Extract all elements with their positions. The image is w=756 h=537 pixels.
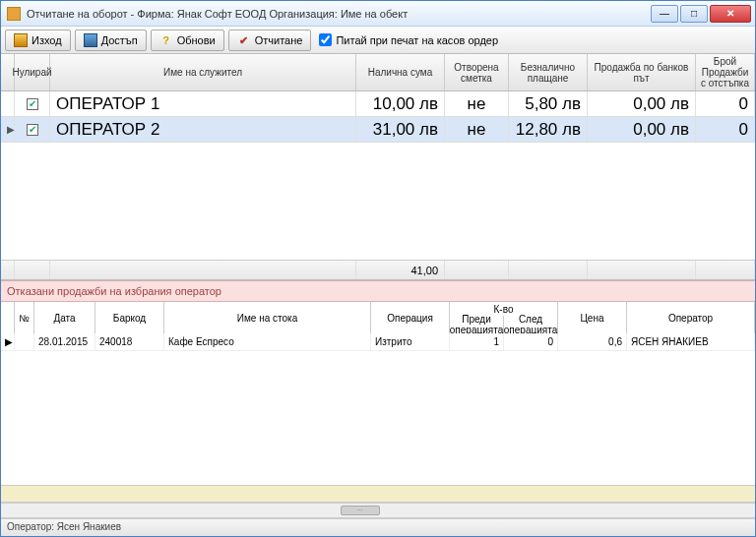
col-operator[interactable]: Оператор [627,302,755,333]
statusbar: Оператор: Ясен Янакиев [1,518,755,536]
operators-grid-header: Нулирай Име на служител Налична сума Отв… [1,54,755,91]
cash-cell: 31,00 лв [356,117,445,142]
cashless-cell: 12,80 лв [509,117,588,142]
rejected-grid-header: № Дата Баркод Име на стока Операция К-во… [1,302,755,333]
report-label: Отчитане [255,34,303,46]
row-pointer: ▶ [1,333,15,350]
minimize-button[interactable]: — [651,5,678,23]
operator-row[interactable]: ✔ОПЕРАТОР 110,00 лвне5,80 лв0,00 лв0 [1,91,755,117]
maximize-button[interactable]: □ [680,5,708,23]
operator-row[interactable]: ▶✔ОПЕРАТОР 231,00 лвне12,80 лв0,00 лв0 [1,117,755,143]
qty-before-cell: 1 [450,333,504,350]
col-price[interactable]: Цена [558,302,627,333]
access-icon [84,33,97,47]
col-barcode[interactable]: Баркод [95,302,164,333]
check-icon: ✔ [237,33,251,47]
window-controls: — □ ✕ [651,5,751,23]
no-cell [15,333,34,350]
exit-icon [14,33,28,47]
qty-after-cell: 0 [504,333,558,350]
exit-label: Изход [32,34,62,46]
ask-print-label: Питай при печат на касов ордер [336,34,498,46]
exit-button[interactable]: Изход [5,30,71,51]
cashless-cell: 5,80 лв [509,91,588,116]
refresh-label: Обнови [177,34,216,46]
rejected-grid-body: ▶28.01.2015240018Кафе ЕспресоИзтрито100,… [1,333,755,485]
col-bank[interactable]: Продажба по банков път [588,54,696,90]
date-cell: 28.01.2015 [34,333,95,350]
discount-cell: 0 [696,117,755,142]
reset-checkbox-cell[interactable]: ✔ [15,117,50,142]
col-no[interactable]: № [15,302,34,333]
status-operator: Оператор: Ясен Янакиев [7,521,121,532]
access-button[interactable]: Достъп [75,30,147,51]
report-button[interactable]: ✔ Отчитане [228,30,312,51]
rejected-row[interactable]: ▶28.01.2015240018Кафе ЕспресоИзтрито100,… [1,333,755,351]
open-cell: не [445,117,509,142]
col-qty-before[interactable]: Преди операцията [450,316,504,333]
operator-name: ОПЕРАТОР 2 [50,117,356,142]
access-label: Достъп [101,34,138,46]
col-operation[interactable]: Операция [371,302,450,333]
main-window: Отчитане на оборот - Фирма: Янак Софт ЕО… [0,0,756,537]
operators-grid: Нулирай Име на служител Налична сума Отв… [1,54,755,280]
col-name[interactable]: Име на служител [50,54,356,90]
col-itemname[interactable]: Име на стока [164,302,371,333]
rejected-grid: № Дата Баркод Име на стока Операция К-во… [1,302,755,518]
operators-totals-row: 41,00 [1,261,755,280]
itemname-cell: Кафе Еспресо [164,333,371,350]
scrollbar-thumb[interactable]: ··· [341,506,380,515]
ask-print-checkbox[interactable] [319,33,332,46]
bank-cell: 0,00 лв [588,117,696,142]
col-qty-after[interactable]: След операцията [504,316,558,333]
close-button[interactable]: ✕ [710,5,751,23]
operators-grid-body: ✔ОПЕРАТОР 110,00 лвне5,80 лв0,00 лв0▶✔ОП… [1,91,755,143]
refresh-button[interactable]: ? Обнови [151,30,224,51]
open-cell: не [445,91,509,116]
horizontal-scrollbar[interactable]: ··· [1,503,755,518]
col-cash[interactable]: Налична сума [356,54,445,90]
col-cashless[interactable]: Безналично плащане [509,54,588,90]
refresh-icon: ? [159,33,173,47]
barcode-cell: 240018 [95,333,164,350]
window-title: Отчитане на оборот - Фирма: Янак Софт ЕО… [27,8,651,20]
operator-cell: ЯСЕН ЯНАКИЕВ [627,333,755,350]
col-discount[interactable]: Брой Продажби с отстъпка [696,54,755,90]
operators-grid-empty [1,143,755,261]
col-reset[interactable]: Нулирай [15,54,50,90]
reset-checkbox-cell[interactable]: ✔ [15,91,50,116]
col-open[interactable]: Отворена сметка [445,54,509,90]
operation-cell: Изтрито [371,333,450,350]
col-date[interactable]: Дата [34,302,95,333]
titlebar: Отчитане на оборот - Фирма: Янак Софт ЕО… [1,1,755,27]
bank-cell: 0,00 лв [588,91,696,116]
row-pointer [1,91,15,116]
cash-cell: 10,00 лв [356,91,445,116]
total-cash: 41,00 [356,261,445,279]
operator-name: ОПЕРАТОР 1 [50,91,356,116]
toolbar: Изход Достъп ? Обнови ✔ Отчитане Питай п… [1,27,755,54]
discount-cell: 0 [696,91,755,116]
rejected-sales-label: Отказани продажби на избрания оператор [1,280,755,302]
rejected-totals [1,485,755,503]
app-icon [7,7,21,21]
row-pointer: ▶ [1,117,15,142]
ask-print-checkbox-wrap[interactable]: Питай при печат на касов ордер [319,33,498,46]
price-cell: 0,6 [558,333,627,350]
